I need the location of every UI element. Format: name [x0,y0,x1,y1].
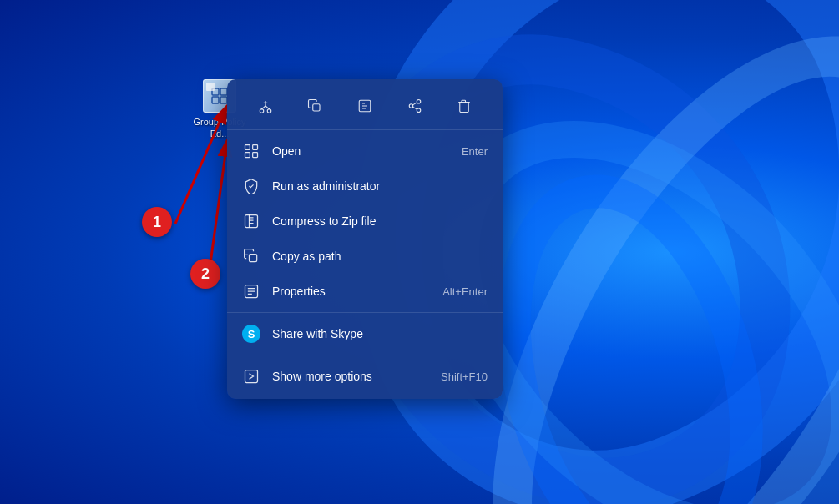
menu-item-more-options[interactable]: Show more options Shift+F10 [227,359,503,394]
copy-path-label: Copy as path [272,249,488,263]
rename-button[interactable] [350,91,380,121]
menu-item-run-admin[interactable]: Run as administrator [227,169,503,204]
menu-item-properties[interactable]: Properties Alt+Enter [227,274,503,309]
svg-line-10 [265,106,270,109]
context-menu-toolbar [227,84,503,130]
svg-rect-13 [313,104,320,111]
skype-icon: S [242,325,260,343]
svg-rect-3 [220,97,227,103]
compress-label: Compress to Zip file [272,214,488,228]
delete-button[interactable] [449,91,479,121]
cut-button[interactable] [250,91,281,121]
run-admin-label: Run as administrator [272,179,488,193]
open-label: Open [272,144,450,158]
svg-rect-2 [212,97,219,103]
context-menu: Open Enter Run as administrator Compress… [227,79,503,399]
copy-path-icon [242,247,260,265]
properties-shortcut: Alt+Enter [442,285,488,298]
svg-point-19 [409,104,413,108]
svg-rect-23 [245,145,250,150]
more-options-icon [242,367,260,386]
copy-button[interactable] [300,91,330,121]
svg-line-22 [412,103,417,105]
svg-rect-27 [245,215,258,228]
svg-rect-32 [250,255,257,262]
menu-item-copy-path[interactable]: Copy as path [227,239,503,274]
menu-divider-1 [227,312,503,313]
share-button[interactable] [400,91,430,121]
menu-item-share-skype[interactable]: S Share with Skype [227,316,503,351]
svg-rect-38 [245,370,258,383]
svg-line-21 [412,107,417,109]
svg-rect-1 [220,88,227,95]
badge-number-1: 1 [142,207,172,237]
svg-rect-26 [253,153,258,158]
properties-icon [242,282,260,300]
badge-number-2: 2 [190,259,220,289]
more-options-label: Show more options [272,370,429,383]
menu-item-open[interactable]: Open Enter [227,134,503,169]
svg-rect-24 [253,145,258,150]
more-options-shortcut: Shift+F10 [441,370,488,383]
svg-line-9 [261,106,265,109]
menu-divider-2 [227,355,503,355]
svg-point-20 [417,108,421,113]
svg-rect-25 [245,153,250,158]
share-skype-label: Share with Skype [272,327,488,340]
open-shortcut: Enter [462,145,488,158]
svg-point-18 [417,100,421,104]
run-admin-icon [242,177,260,195]
open-icon [242,142,260,160]
compress-icon [242,212,260,230]
properties-label: Properties [272,285,431,298]
svg-rect-0 [212,88,219,95]
menu-item-compress[interactable]: Compress to Zip file [227,204,503,239]
